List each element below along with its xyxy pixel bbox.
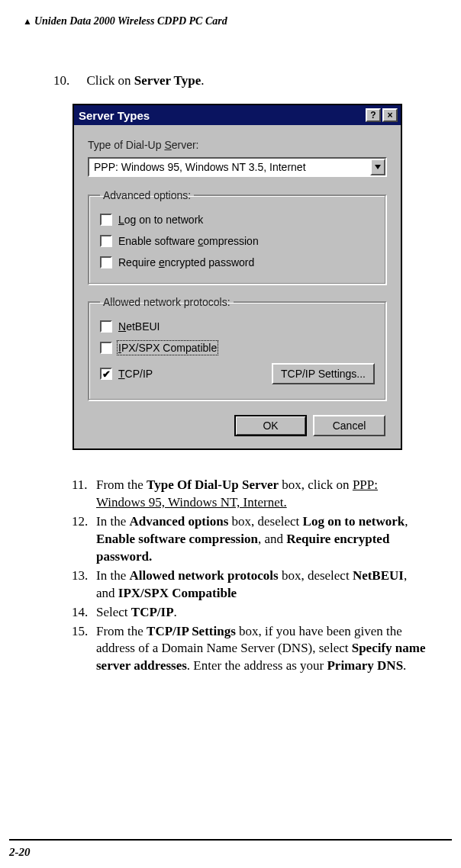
dialog-body: Type of Dial-Up Server: Advanced options… bbox=[74, 125, 401, 448]
step-number: 12. bbox=[72, 513, 96, 566]
step-text: From the Type Of Dial-Up Server box, cli… bbox=[96, 477, 430, 512]
label-mnemonic: S bbox=[164, 139, 171, 151]
text-bold: Allowed network protocols bbox=[129, 568, 278, 583]
label-text: Enable software bbox=[118, 235, 198, 247]
dialog-titlebar: Server Types ? × bbox=[74, 105, 401, 125]
label-text: etBEUI bbox=[126, 320, 160, 333]
step-text: In the Advanced options box, deselect Lo… bbox=[96, 513, 430, 566]
mnemonic: T bbox=[118, 368, 125, 380]
netbeui-label: NetBEUI bbox=[118, 320, 160, 333]
netbeui-checkbox[interactable] bbox=[100, 320, 112, 333]
text-bold: IPX/SPX Compatible bbox=[118, 586, 237, 600]
text-bold: TCP/IP bbox=[131, 605, 174, 619]
label-text: erver: bbox=[172, 139, 199, 151]
text: Select bbox=[96, 605, 131, 619]
step-text: Select TCP/IP. bbox=[96, 604, 430, 622]
step-13: 13. In the Allowed network protocols box… bbox=[72, 567, 430, 603]
text: In the bbox=[96, 568, 129, 583]
text-bold: Log on to network bbox=[303, 514, 405, 529]
encrypted-password-checkbox[interactable] bbox=[100, 256, 112, 268]
tcpip-checkbox[interactable]: ✔ bbox=[100, 368, 112, 380]
server-types-dialog: Server Types ? × Type of Dial-Up Server:… bbox=[73, 104, 402, 450]
doc-header: Uniden Data 2000 Wireless CDPD PC Card bbox=[23, 15, 438, 27]
text-bold: Enable software compression bbox=[96, 532, 258, 546]
advanced-options-legend: Advanced options: bbox=[100, 189, 194, 201]
step-number: 14. bbox=[72, 604, 96, 622]
tcpip-settings-button[interactable]: TCP/IP Settings... bbox=[272, 363, 375, 384]
step-14: 14. Select TCP/IP. bbox=[72, 604, 430, 622]
label-text: Require bbox=[118, 256, 159, 268]
text: From the bbox=[96, 624, 147, 638]
close-icon[interactable]: × bbox=[382, 108, 398, 122]
allowed-protocols-legend: Allowed network protocols: bbox=[100, 296, 234, 308]
log-on-label: Log on to network bbox=[118, 214, 203, 226]
tcpip-label: TCP/IP bbox=[118, 368, 153, 380]
type-of-server-label: Type of Dial-Up Server: bbox=[88, 139, 387, 151]
help-icon[interactable]: ? bbox=[366, 108, 381, 122]
step-number: 13. bbox=[72, 567, 96, 603]
ipx-row: IPX/SPX Compatible bbox=[100, 337, 375, 358]
mnemonic: N bbox=[118, 320, 126, 333]
step-number: 11. bbox=[72, 477, 96, 512]
text: box, click on bbox=[279, 477, 353, 492]
text-bold: Type Of Dial-Up Server bbox=[147, 477, 279, 492]
text: In the bbox=[96, 514, 129, 529]
encrypted-password-label: Require encrypted password bbox=[118, 256, 254, 268]
label-text: Type of Dial-Up bbox=[88, 139, 164, 151]
text-bold: Advanced options bbox=[129, 514, 228, 529]
footer-rule bbox=[9, 839, 452, 841]
netbeui-row: NetBEUI bbox=[100, 316, 375, 337]
step-text: From the TCP/IP Settings box, if you hav… bbox=[96, 623, 430, 676]
text-bold: Primary DNS bbox=[327, 658, 403, 673]
step-10-text-prefix: Click on bbox=[87, 73, 134, 88]
allowed-protocols-group: Allowed network protocols: NetBEUI IPX/S… bbox=[88, 296, 387, 401]
ok-button[interactable]: OK bbox=[234, 415, 307, 436]
ipx-checkbox[interactable] bbox=[100, 342, 112, 354]
text: , and bbox=[258, 532, 286, 546]
step-15: 15. From the TCP/IP Settings box, if you… bbox=[72, 623, 430, 676]
label-text: ncrypted password bbox=[165, 256, 255, 268]
text-bold: NetBEUI bbox=[353, 568, 404, 583]
mnemonic: L bbox=[118, 214, 124, 226]
label-text: PX/SPX Compatible bbox=[121, 342, 217, 354]
step-12: 12. In the Advanced options box, deselec… bbox=[72, 513, 430, 566]
log-on-row: Log on to network bbox=[100, 209, 375, 230]
step-list: 11. From the Type Of Dial-Up Server box,… bbox=[72, 477, 430, 675]
text-bold: TCP/IP Settings bbox=[147, 624, 236, 638]
text: box, deselect bbox=[279, 568, 353, 583]
ipx-label: IPX/SPX Compatible bbox=[118, 342, 217, 354]
text: . bbox=[403, 658, 406, 673]
svg-marker-0 bbox=[375, 165, 381, 169]
step-10-number: 10. bbox=[53, 73, 83, 88]
enable-compression-row: Enable software compression bbox=[100, 230, 375, 252]
enable-compression-checkbox[interactable] bbox=[100, 235, 112, 247]
advanced-options-group: Advanced options: Log on to network Enab… bbox=[88, 189, 387, 285]
server-type-select[interactable] bbox=[88, 157, 387, 177]
dialog-title: Server Types bbox=[79, 109, 364, 122]
server-type-input[interactable] bbox=[89, 159, 370, 175]
cancel-button[interactable]: Cancel bbox=[313, 415, 385, 436]
chevron-down-icon[interactable] bbox=[370, 159, 385, 175]
label-text: og on to network bbox=[124, 214, 204, 226]
label-text: ompression bbox=[203, 235, 258, 247]
step-10: 10. Click on Server Type. bbox=[53, 73, 438, 88]
step-11: 11. From the Type Of Dial-Up Server box,… bbox=[72, 477, 430, 512]
step-10-text-suffix: . bbox=[201, 73, 204, 88]
mnemonic: e bbox=[159, 256, 165, 268]
step-number: 15. bbox=[72, 623, 96, 676]
text: . Enter the address as your bbox=[187, 658, 327, 673]
page-number: 2-20 bbox=[9, 846, 31, 859]
step-text: In the Allowed network protocols box, de… bbox=[96, 567, 430, 603]
label-text: CP/IP bbox=[125, 368, 153, 380]
text: From the bbox=[96, 477, 147, 492]
encrypted-password-row: Require encrypted password bbox=[100, 252, 375, 273]
tcpip-row: ✔ TCP/IP TCP/IP Settings... bbox=[100, 358, 375, 389]
text: . bbox=[174, 605, 177, 619]
text: box, deselect bbox=[228, 514, 302, 529]
log-on-checkbox[interactable] bbox=[100, 214, 112, 226]
step-10-text-bold: Server Type bbox=[134, 73, 201, 88]
enable-compression-label: Enable software compression bbox=[118, 235, 259, 247]
text: , bbox=[405, 514, 408, 529]
dialog-button-row: OK Cancel bbox=[88, 412, 387, 439]
